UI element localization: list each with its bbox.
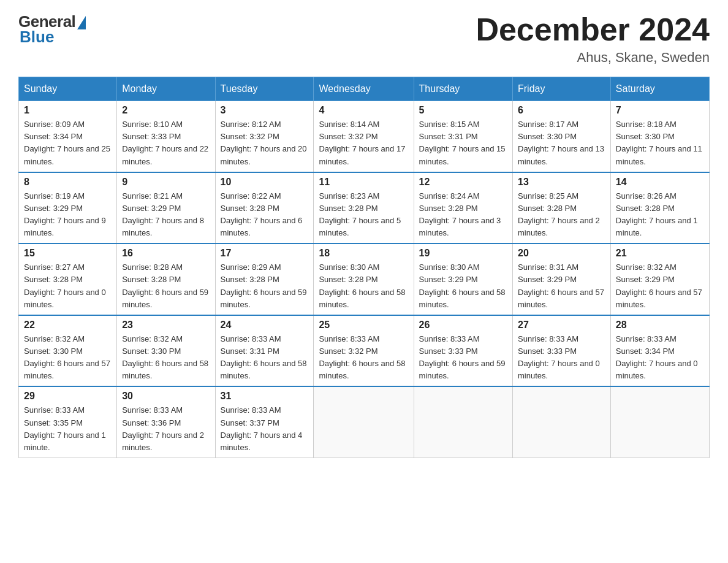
- header-friday: Friday: [513, 77, 611, 101]
- title-block: December 2024 Ahus, Skane, Sweden: [476, 12, 710, 66]
- day-number: 11: [319, 177, 408, 188]
- header-thursday: Thursday: [414, 77, 512, 101]
- day-number: 10: [221, 177, 309, 188]
- header-tuesday: Tuesday: [215, 77, 314, 101]
- day-info: Sunrise: 8:24 AMSunset: 3:28 PMDaylight:…: [419, 191, 501, 237]
- day-info: Sunrise: 8:09 AMSunset: 3:34 PMDaylight:…: [24, 120, 110, 166]
- day-number: 20: [518, 248, 605, 259]
- table-row: 1 Sunrise: 8:09 AMSunset: 3:34 PMDayligh…: [19, 101, 117, 172]
- table-row: 5 Sunrise: 8:15 AMSunset: 3:31 PMDayligh…: [414, 101, 512, 172]
- calendar-week-row: 8 Sunrise: 8:19 AMSunset: 3:29 PMDayligh…: [19, 172, 710, 244]
- calendar-week-row: 29 Sunrise: 8:33 AMSunset: 3:35 PMDaylig…: [19, 386, 710, 458]
- header-wednesday: Wednesday: [314, 77, 414, 101]
- header-sunday: Sunday: [19, 77, 117, 101]
- table-row: 17 Sunrise: 8:29 AMSunset: 3:28 PMDaylig…: [215, 243, 314, 315]
- day-info: Sunrise: 8:33 AMSunset: 3:34 PMDaylight:…: [616, 334, 698, 380]
- day-info: Sunrise: 8:25 AMSunset: 3:28 PMDaylight:…: [518, 191, 600, 237]
- day-info: Sunrise: 8:29 AMSunset: 3:28 PMDaylight:…: [221, 262, 307, 308]
- day-info: Sunrise: 8:32 AMSunset: 3:29 PMDaylight:…: [616, 262, 702, 308]
- day-info: Sunrise: 8:10 AMSunset: 3:33 PMDaylight:…: [122, 120, 208, 166]
- table-row: 7 Sunrise: 8:18 AMSunset: 3:30 PMDayligh…: [610, 101, 709, 172]
- day-info: Sunrise: 8:22 AMSunset: 3:28 PMDaylight:…: [221, 191, 303, 237]
- day-info: Sunrise: 8:26 AMSunset: 3:28 PMDaylight:…: [616, 191, 698, 237]
- table-row: [414, 386, 512, 458]
- table-row: 10 Sunrise: 8:22 AMSunset: 3:28 PMDaylig…: [215, 172, 314, 244]
- table-row: 4 Sunrise: 8:14 AMSunset: 3:32 PMDayligh…: [314, 101, 414, 172]
- table-row: 20 Sunrise: 8:31 AMSunset: 3:29 PMDaylig…: [513, 243, 611, 315]
- table-row: 23 Sunrise: 8:32 AMSunset: 3:30 PMDaylig…: [117, 315, 215, 387]
- day-number: 9: [122, 177, 210, 188]
- table-row: 6 Sunrise: 8:17 AMSunset: 3:30 PMDayligh…: [513, 101, 611, 172]
- table-row: 9 Sunrise: 8:21 AMSunset: 3:29 PMDayligh…: [117, 172, 215, 244]
- day-number: 18: [319, 248, 408, 259]
- table-row: 28 Sunrise: 8:33 AMSunset: 3:34 PMDaylig…: [610, 315, 709, 387]
- day-number: 6: [518, 105, 605, 116]
- day-number: 16: [122, 248, 210, 259]
- table-row: 19 Sunrise: 8:30 AMSunset: 3:29 PMDaylig…: [414, 243, 512, 315]
- day-number: 30: [122, 391, 210, 402]
- day-number: 15: [24, 248, 112, 259]
- day-info: Sunrise: 8:33 AMSunset: 3:32 PMDaylight:…: [319, 334, 405, 380]
- calendar-week-row: 15 Sunrise: 8:27 AMSunset: 3:28 PMDaylig…: [19, 243, 710, 315]
- table-row: 3 Sunrise: 8:12 AMSunset: 3:32 PMDayligh…: [215, 101, 314, 172]
- day-number: 8: [24, 177, 112, 188]
- day-info: Sunrise: 8:19 AMSunset: 3:29 PMDaylight:…: [24, 191, 106, 237]
- table-row: 16 Sunrise: 8:28 AMSunset: 3:28 PMDaylig…: [117, 243, 215, 315]
- day-info: Sunrise: 8:15 AMSunset: 3:31 PMDaylight:…: [419, 120, 506, 166]
- day-number: 17: [221, 248, 309, 259]
- day-info: Sunrise: 8:12 AMSunset: 3:32 PMDaylight:…: [221, 120, 307, 166]
- day-number: 19: [419, 248, 507, 259]
- table-row: 13 Sunrise: 8:25 AMSunset: 3:28 PMDaylig…: [513, 172, 611, 244]
- table-row: 12 Sunrise: 8:24 AMSunset: 3:28 PMDaylig…: [414, 172, 512, 244]
- page-title: December 2024: [476, 12, 710, 47]
- table-row: 14 Sunrise: 8:26 AMSunset: 3:28 PMDaylig…: [610, 172, 709, 244]
- table-row: 21 Sunrise: 8:32 AMSunset: 3:29 PMDaylig…: [610, 243, 709, 315]
- day-info: Sunrise: 8:32 AMSunset: 3:30 PMDaylight:…: [122, 334, 208, 380]
- table-row: 31 Sunrise: 8:33 AMSunset: 3:37 PMDaylig…: [215, 386, 314, 458]
- day-info: Sunrise: 8:28 AMSunset: 3:28 PMDaylight:…: [122, 262, 208, 308]
- day-number: 28: [616, 320, 704, 331]
- table-row: 30 Sunrise: 8:33 AMSunset: 3:36 PMDaylig…: [117, 386, 215, 458]
- calendar-header-row: Sunday Monday Tuesday Wednesday Thursday…: [19, 77, 710, 101]
- table-row: 8 Sunrise: 8:19 AMSunset: 3:29 PMDayligh…: [19, 172, 117, 244]
- day-number: 27: [518, 320, 605, 331]
- calendar-week-row: 1 Sunrise: 8:09 AMSunset: 3:34 PMDayligh…: [19, 101, 710, 172]
- day-number: 24: [221, 320, 309, 331]
- table-row: 27 Sunrise: 8:33 AMSunset: 3:33 PMDaylig…: [513, 315, 611, 387]
- calendar-week-row: 22 Sunrise: 8:32 AMSunset: 3:30 PMDaylig…: [19, 315, 710, 387]
- day-number: 21: [616, 248, 704, 259]
- day-info: Sunrise: 8:33 AMSunset: 3:35 PMDaylight:…: [24, 405, 106, 451]
- table-row: 24 Sunrise: 8:33 AMSunset: 3:31 PMDaylig…: [215, 315, 314, 387]
- table-row: 26 Sunrise: 8:33 AMSunset: 3:33 PMDaylig…: [414, 315, 512, 387]
- day-number: 4: [319, 105, 408, 116]
- day-info: Sunrise: 8:33 AMSunset: 3:37 PMDaylight:…: [221, 405, 303, 451]
- day-info: Sunrise: 8:33 AMSunset: 3:36 PMDaylight:…: [122, 405, 204, 451]
- table-row: 25 Sunrise: 8:33 AMSunset: 3:32 PMDaylig…: [314, 315, 414, 387]
- day-info: Sunrise: 8:33 AMSunset: 3:33 PMDaylight:…: [518, 334, 600, 380]
- day-info: Sunrise: 8:27 AMSunset: 3:28 PMDaylight:…: [24, 262, 106, 308]
- day-info: Sunrise: 8:17 AMSunset: 3:30 PMDaylight:…: [518, 120, 604, 166]
- day-number: 1: [24, 105, 112, 116]
- page-header: General Blue December 2024 Ahus, Skane, …: [18, 12, 710, 66]
- table-row: 11 Sunrise: 8:23 AMSunset: 3:28 PMDaylig…: [314, 172, 414, 244]
- table-row: 2 Sunrise: 8:10 AMSunset: 3:33 PMDayligh…: [117, 101, 215, 172]
- day-number: 13: [518, 177, 605, 188]
- table-row: 18 Sunrise: 8:30 AMSunset: 3:28 PMDaylig…: [314, 243, 414, 315]
- logo-triangle-icon: [77, 16, 86, 29]
- table-row: [610, 386, 709, 458]
- day-info: Sunrise: 8:30 AMSunset: 3:28 PMDaylight:…: [319, 262, 405, 308]
- header-saturday: Saturday: [610, 77, 709, 101]
- day-number: 5: [419, 105, 507, 116]
- day-number: 25: [319, 320, 408, 331]
- table-row: [513, 386, 611, 458]
- day-number: 29: [24, 391, 112, 402]
- day-info: Sunrise: 8:32 AMSunset: 3:30 PMDaylight:…: [24, 334, 110, 380]
- page-subtitle: Ahus, Skane, Sweden: [476, 50, 710, 66]
- day-info: Sunrise: 8:30 AMSunset: 3:29 PMDaylight:…: [419, 262, 506, 308]
- day-number: 23: [122, 320, 210, 331]
- day-number: 7: [616, 105, 704, 116]
- day-info: Sunrise: 8:18 AMSunset: 3:30 PMDaylight:…: [616, 120, 702, 166]
- day-info: Sunrise: 8:33 AMSunset: 3:33 PMDaylight:…: [419, 334, 506, 380]
- day-info: Sunrise: 8:33 AMSunset: 3:31 PMDaylight:…: [221, 334, 307, 380]
- table-row: [314, 386, 414, 458]
